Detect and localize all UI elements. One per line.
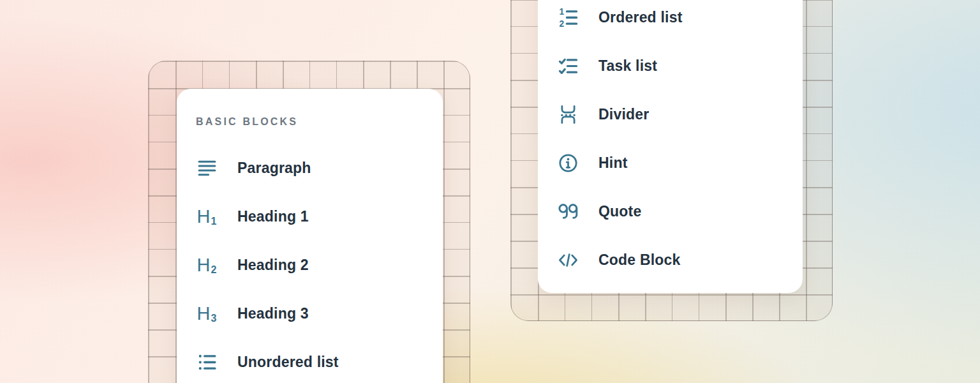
menu-item-heading-2[interactable]: H2 Heading 2 bbox=[177, 241, 443, 289]
svg-text:1: 1 bbox=[559, 7, 564, 17]
basic-blocks-menu: BASIC BLOCKS Paragraph H1 Heading 1 H2 H… bbox=[177, 89, 443, 383]
menu-item-task-list[interactable]: Task list bbox=[538, 41, 803, 90]
heading-3-icon: H3 bbox=[196, 303, 218, 324]
paragraph-icon bbox=[196, 157, 218, 179]
divider-icon bbox=[557, 103, 579, 125]
menu-item-label: Heading 2 bbox=[237, 257, 309, 274]
menu-item-label: Ordered list bbox=[598, 9, 683, 26]
menu-item-label: Hint bbox=[598, 154, 628, 172]
task-list-icon bbox=[557, 55, 579, 77]
menu-item-quote[interactable]: Quote bbox=[538, 187, 803, 236]
menu-item-label: Unordered list bbox=[237, 354, 339, 371]
menu-item-label: Quote bbox=[598, 203, 641, 220]
menu-item-label: Heading 3 bbox=[237, 305, 309, 322]
menu-item-label: Paragraph bbox=[237, 160, 311, 177]
unordered-list-icon bbox=[196, 351, 218, 373]
quote-icon bbox=[557, 200, 579, 222]
heading-2-icon: H2 bbox=[196, 254, 218, 276]
menu-item-heading-3[interactable]: H3 Heading 3 bbox=[177, 289, 443, 338]
menu-item-divider[interactable]: Divider bbox=[538, 90, 803, 139]
menu-item-unordered-list[interactable]: Unordered list bbox=[177, 338, 443, 383]
svg-text:2: 2 bbox=[559, 19, 564, 28]
ordered-list-icon: 1 2 bbox=[557, 6, 579, 28]
menu-item-code-block[interactable]: Code Block bbox=[538, 236, 803, 284]
menu-item-ordered-list[interactable]: 1 2 Ordered list bbox=[538, 0, 803, 41]
menu-item-paragraph[interactable]: Paragraph bbox=[177, 144, 443, 192]
heading-1-icon: H1 bbox=[196, 206, 218, 227]
menu-item-label: Divider bbox=[598, 106, 649, 123]
menu-item-heading-1[interactable]: H1 Heading 1 bbox=[177, 192, 443, 241]
blocks-menu-continued: 1 2 Ordered list Task list bbox=[538, 0, 803, 293]
menu-item-hint[interactable]: Hint bbox=[538, 139, 803, 187]
menu-item-label: Heading 1 bbox=[237, 208, 309, 225]
menu-item-label: Code Block bbox=[598, 252, 681, 269]
code-block-icon bbox=[557, 249, 579, 271]
hint-icon bbox=[557, 152, 579, 174]
menu-item-label: Task list bbox=[598, 57, 657, 75]
section-label: BASIC BLOCKS bbox=[177, 114, 443, 130]
